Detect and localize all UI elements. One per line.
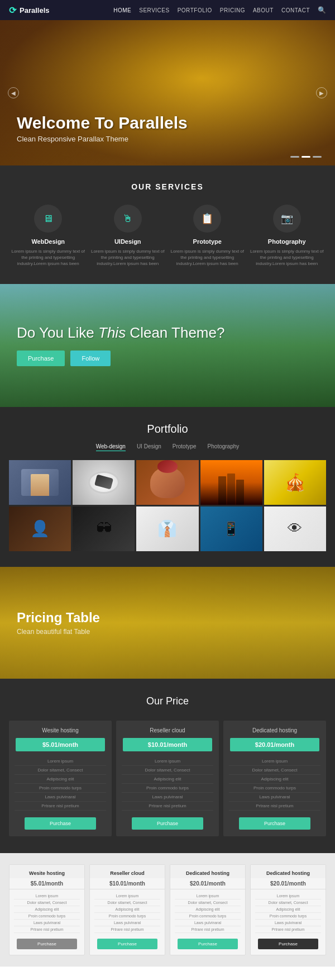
feature-item: Adipiscing elit — [122, 775, 213, 784]
purchase-button[interactable]: Purchase — [17, 351, 65, 366]
bottom-card-4-title: Dedicated hosting — [251, 865, 326, 878]
portfolio-item-1[interactable] — [9, 460, 71, 505]
feature-item: Adipiscing elit — [15, 775, 106, 784]
tab-webdesign[interactable]: Web-design — [96, 442, 126, 451]
bottom-card-reseller: Reseller cloud $10.01/month Lorem ipsum … — [89, 864, 165, 955]
portfolio-item-4[interactable] — [200, 460, 262, 505]
hero-dot-1[interactable] — [290, 156, 299, 158]
service-photography: 📷 Photography Lorem ipsum is simply dumm… — [250, 205, 324, 267]
nav-contact[interactable]: CONTACT — [281, 7, 310, 13]
bottom-card-3-price: $20.01/month — [170, 878, 245, 889]
bottom-card-3-btn[interactable]: Purchase — [178, 939, 237, 949]
portfolio-item-9[interactable]: 📱 — [200, 506, 262, 551]
feature-item: Laws pulvinaral — [255, 920, 321, 926]
pricing-card-1-price: $5.01/month — [16, 738, 105, 751]
bottom-card-4-price: $20.01/month — [251, 878, 326, 889]
bottom-card-dedicated-2: Dedicated hosting $20.01/month Lorem ips… — [250, 864, 326, 955]
hero-content: Welcome To Parallels Clean Responsive Pa… — [17, 113, 188, 143]
bottom-card-1-price: $5.01/month — [9, 878, 84, 889]
feature-item: Lorem ipsum — [229, 757, 320, 766]
portfolio-item-5[interactable]: 🎪 — [264, 460, 326, 505]
parallax-title: Do You Like This Clean Theme? — [17, 324, 224, 342]
feature-item: Proin commodo turps — [229, 784, 320, 793]
nav-links: HOME SERVICES PORTFOLIO PRICING ABOUT CO… — [113, 6, 326, 14]
follow-button[interactable]: Follow — [70, 351, 111, 366]
feature-item: Proin commodo turps — [94, 913, 160, 920]
nav-services[interactable]: SERVICES — [139, 7, 169, 13]
bottom-pricing-cards: Wesite hosting $5.01/month Lorem ipsum D… — [9, 864, 326, 955]
bottom-card-2-btn[interactable]: Purchase — [97, 939, 157, 949]
feature-item: Dolor sitamet, Consect — [14, 899, 80, 906]
feature-item: Proin commodo turps — [175, 913, 241, 920]
parallax-band: Do You Like This Clean Theme? Purchase F… — [0, 284, 335, 407]
feature-item: Adipiscing elit — [14, 906, 80, 913]
feature-item: Adipiscing elit — [255, 906, 321, 913]
photography-icon: 📷 — [273, 205, 301, 233]
feature-item: Prtrare nisl pretium — [122, 802, 213, 811]
bottom-card-4-btn[interactable]: Purchase — [258, 939, 318, 949]
hero-dot-3[interactable] — [313, 156, 322, 158]
logo-text: Parallels — [20, 6, 50, 15]
nav-about[interactable]: ABOUT — [253, 7, 274, 13]
hero-title: Welcome To Parallels — [17, 113, 188, 132]
feature-item: Lorem ipsum — [175, 893, 241, 899]
bottom-card-2-title: Reseller cloud — [90, 865, 165, 878]
service-photography-desc: Lorem ipsum is simply dummy text of the … — [250, 248, 324, 267]
portfolio-item-7[interactable]: 🕶 — [73, 506, 135, 551]
pricing-parallax-content: Pricing Table Clean beautiful flat Table — [17, 610, 100, 636]
portfolio-item-3[interactable] — [136, 460, 198, 505]
feature-item: Proin commodo turps — [15, 784, 106, 793]
hero-next-button[interactable]: ▶ — [316, 87, 327, 98]
feature-item: Dolor sitamet, Consect — [175, 899, 241, 906]
feature-item: Proin commodo turps — [255, 913, 321, 920]
portfolio-item-2[interactable] — [73, 460, 135, 505]
hero-dot-2[interactable] — [302, 156, 310, 158]
tab-prototype[interactable]: Prototype — [173, 442, 197, 451]
nav-portfolio[interactable]: PORTFOLIO — [178, 7, 212, 13]
hero-prev-button[interactable]: ◀ — [8, 87, 19, 98]
services-grid: 🖥 WebDesign Lorem ipsum is simply dummy … — [11, 205, 324, 267]
pricing-card-1-title: Wesite hosting — [9, 721, 112, 738]
feature-item: Prtrare nisl pretium — [94, 926, 160, 933]
feature-item: Laws pulvinaral — [14, 920, 80, 926]
pricing-parallax-subtitle: Clean beautiful flat Table — [17, 628, 100, 636]
pricing-parallax-section: Pricing Table Clean beautiful flat Table — [0, 567, 335, 679]
pricing-cards: Wesite hosting $5.01/month Lorem ipsum D… — [9, 721, 326, 836]
pricing-parallax-title: Pricing Table — [17, 610, 100, 626]
feature-item: Dolor sitamet, Consect — [229, 766, 320, 775]
feature-item: Adipiscing elit — [94, 906, 160, 913]
nav-home[interactable]: HOME — [113, 7, 131, 13]
bottom-card-1-btn[interactable]: Purchase — [17, 939, 76, 949]
bottom-pricing-section: Wesite hosting $5.01/month Lorem ipsum D… — [0, 853, 335, 967]
feature-item: Lorem ipsum — [15, 757, 106, 766]
hero-subtitle: Clean Responsive Parallax Theme — [17, 135, 188, 143]
feature-item: Adipiscing elit — [229, 775, 320, 784]
feature-item: Laws pulvinaral — [122, 793, 213, 802]
service-webdesign: 🖥 WebDesign Lorem ipsum is simply dummy … — [11, 205, 85, 267]
tab-uidesign[interactable]: UI Design — [137, 442, 161, 451]
search-icon[interactable]: 🔍 — [318, 6, 326, 14]
service-uidesign-desc: Lorem ipsum is simply dummy text of the … — [91, 248, 165, 267]
nav-logo: ⟳ Parallels — [9, 5, 50, 16]
feature-item: Lorem ipsum — [255, 893, 321, 899]
tab-photography[interactable]: Photography — [208, 442, 240, 451]
pricing-card-reseller: Reseller cloud $10.01/month Lorem ipsum … — [116, 721, 219, 836]
feature-item: Lorem ipsum — [122, 757, 213, 766]
nav-pricing[interactable]: PRICING — [220, 7, 245, 13]
hero-section: ◀ Welcome To Parallels Clean Responsive … — [0, 20, 335, 165]
portfolio-grid: 🎪 👤 🕶 👔 📱 👁 — [9, 460, 326, 551]
bottom-card-4-features: Lorem ipsum Dolor sitamet, Consect Adipi… — [251, 893, 326, 933]
service-uidesign-title: UIDesign — [91, 238, 165, 245]
portfolio-item-8[interactable]: 👔 — [136, 506, 198, 551]
portfolio-item-10[interactable]: 👁 — [264, 506, 326, 551]
feature-item: Dolor sitamet, Consect — [122, 766, 213, 775]
band-buttons: Purchase Follow — [17, 351, 224, 366]
pricing-card-1-btn[interactable]: Purchase — [25, 817, 97, 830]
pricing-card-2-btn[interactable]: Purchase — [132, 817, 204, 830]
feature-item: Laws pulvinaral — [94, 920, 160, 926]
feature-item: Laws pulvinaral — [175, 920, 241, 926]
pricing-card-3-btn[interactable]: Purchase — [239, 817, 311, 830]
bottom-card-3-title: Dedicated hosting — [170, 865, 245, 878]
portfolio-item-6[interactable]: 👤 — [9, 506, 71, 551]
service-webdesign-title: WebDesign — [11, 238, 85, 245]
